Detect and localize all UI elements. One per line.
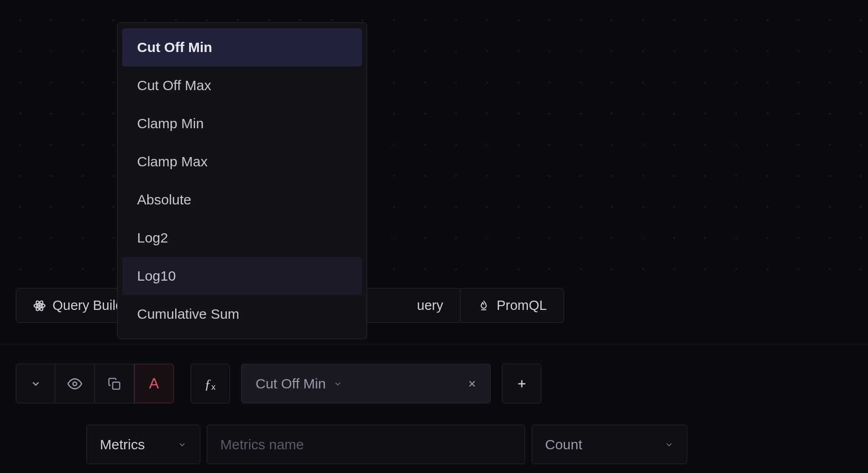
dropdown-item-clamp-max[interactable]: Clamp Max bbox=[122, 143, 362, 181]
function-dropdown-menu: Cut Off Min Cut Off Max Clamp Min Clamp … bbox=[117, 22, 367, 339]
dropdown-item-label: Log10 bbox=[137, 268, 176, 283]
function-icon: ƒ x bbox=[201, 374, 220, 393]
eye-icon bbox=[67, 376, 82, 391]
dropdown-item-cumulative-sum[interactable]: Cumulative Sum bbox=[122, 295, 362, 333]
function-button[interactable]: ƒ x bbox=[191, 364, 230, 403]
dropdown-item-label: Cut Off Max bbox=[137, 78, 211, 93]
query-builder-area bbox=[0, 344, 868, 344]
dropdown-item-label: Clamp Max bbox=[137, 154, 208, 169]
visibility-toggle-button[interactable] bbox=[55, 364, 95, 403]
query-letter: A bbox=[149, 375, 159, 392]
chevron-down-icon bbox=[178, 440, 187, 449]
function-pill-text: Cut Off Min bbox=[256, 376, 326, 392]
add-function-button[interactable] bbox=[502, 364, 541, 403]
metrics-name-placeholder: Metrics name bbox=[220, 437, 304, 453]
data-source-label: Metrics bbox=[100, 437, 145, 453]
svg-text:x: x bbox=[211, 382, 215, 392]
data-source-select[interactable]: Metrics bbox=[86, 425, 200, 464]
dropdown-item-label: Absolute bbox=[137, 192, 191, 207]
flame-icon bbox=[477, 299, 490, 312]
remove-function-button[interactable] bbox=[454, 379, 490, 389]
svg-point-4 bbox=[73, 382, 77, 386]
dropdown-item-label: Cumulative Sum bbox=[137, 306, 239, 322]
metrics-config-row: Metrics Metrics name Count bbox=[86, 425, 687, 464]
aggregation-select[interactable]: Count bbox=[532, 425, 687, 464]
dropdown-item-log10[interactable]: Log10 bbox=[122, 257, 362, 295]
dropdown-item-cut-off-max[interactable]: Cut Off Max bbox=[122, 66, 362, 105]
dropdown-item-log2[interactable]: Log2 bbox=[122, 219, 362, 257]
svg-text:ƒ: ƒ bbox=[204, 376, 211, 391]
close-icon bbox=[467, 379, 477, 389]
tab-promql[interactable]: PromQL bbox=[460, 288, 564, 323]
collapse-button[interactable] bbox=[16, 364, 55, 403]
dropdown-item-cut-off-min[interactable]: Cut Off Min bbox=[122, 28, 362, 66]
dropdown-item-label: Cut Off Min bbox=[137, 39, 212, 55]
copy-icon bbox=[108, 377, 121, 390]
atom-icon bbox=[33, 299, 46, 312]
aggregation-label: Count bbox=[545, 437, 582, 453]
tab-label: PromQL bbox=[497, 298, 547, 313]
dropdown-item-label: Clamp Min bbox=[137, 116, 204, 131]
chevron-down-icon bbox=[30, 378, 41, 389]
tab-label-partial: uery bbox=[417, 298, 443, 313]
dropdown-item-absolute[interactable]: Absolute bbox=[122, 181, 362, 219]
query-letter-badge[interactable]: A bbox=[134, 364, 174, 403]
chevron-down-icon bbox=[333, 379, 342, 388]
metrics-name-input[interactable]: Metrics name bbox=[207, 425, 525, 464]
function-pill: Cut Off Min bbox=[241, 364, 491, 403]
chevron-down-icon bbox=[664, 440, 674, 449]
svg-rect-5 bbox=[113, 382, 120, 389]
query-toolbar: A ƒ x Cut Off Min bbox=[16, 364, 541, 403]
dropdown-item-clamp-min[interactable]: Clamp Min bbox=[122, 105, 362, 143]
query-actions-group: A bbox=[16, 364, 174, 403]
copy-button[interactable] bbox=[95, 364, 134, 403]
function-select[interactable]: Cut Off Min bbox=[242, 376, 352, 392]
plus-icon bbox=[516, 378, 528, 390]
dropdown-item-label: Log2 bbox=[137, 230, 168, 245]
svg-point-0 bbox=[39, 305, 40, 307]
